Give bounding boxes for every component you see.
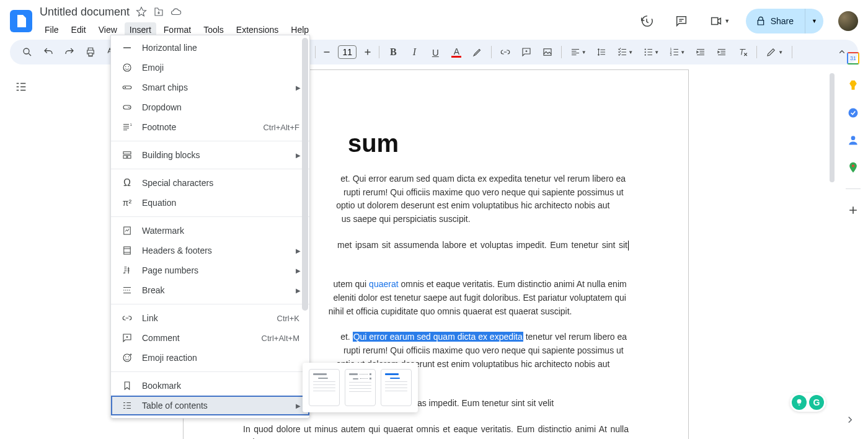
numbered-list-icon[interactable]: 123▼ — [665, 42, 689, 62]
cloud-status-icon[interactable] — [170, 6, 182, 17]
insert-link-icon[interactable] — [495, 42, 515, 62]
menu-item-label: Smart chips — [142, 82, 188, 92]
print-icon[interactable] — [81, 42, 100, 62]
menu-item-comment[interactable]: CommentCtrl+Alt+M — [111, 328, 309, 348]
svg-rect-19 — [124, 247, 131, 254]
menu-item-bookmark[interactable]: Bookmark — [111, 376, 309, 396]
text-color-icon[interactable]: A — [446, 42, 466, 62]
add-comment-icon[interactable] — [516, 42, 536, 62]
menu-item-label: Horizontal line — [142, 43, 197, 53]
comments-icon[interactable] — [669, 9, 694, 33]
menu-item-label: Watermark — [142, 226, 184, 236]
svg-rect-15 — [123, 152, 131, 154]
redo-icon[interactable] — [60, 42, 79, 62]
grammarly-g-icon[interactable]: G — [809, 395, 824, 410]
menu-item-special-characters[interactable]: ΩSpecial characters — [111, 173, 309, 193]
account-avatar[interactable] — [838, 11, 858, 31]
menu-item-horizontal-line[interactable]: Horizontal line — [111, 38, 309, 58]
doc-link[interactable]: quaerat — [369, 279, 398, 289]
svg-text:3: 3 — [670, 53, 672, 56]
svg-point-12 — [125, 87, 126, 88]
font-size-input[interactable] — [338, 45, 356, 59]
line-spacing-icon[interactable] — [591, 42, 611, 62]
clear-formatting-icon[interactable] — [733, 42, 753, 62]
menu-item-label: Comment — [142, 333, 180, 343]
hide-side-panel-icon[interactable] — [844, 414, 856, 428]
vertical-scrollbar[interactable] — [830, 69, 836, 429]
align-icon[interactable]: ▼ — [565, 42, 590, 62]
show-outline-icon[interactable] — [10, 76, 32, 98]
undo-icon[interactable] — [38, 42, 58, 62]
font-size-decrease[interactable] — [319, 42, 334, 62]
insert-image-icon[interactable] — [538, 42, 557, 62]
svg-text:#: # — [123, 271, 126, 275]
move-icon[interactable] — [153, 6, 164, 17]
menu-item-label: Emoji reaction — [142, 353, 197, 363]
submenu-arrow-icon: ▶ — [296, 267, 301, 274]
menu-item-label: Dropdown — [142, 102, 182, 112]
history-icon[interactable] — [634, 9, 659, 33]
text-selection: Qui error earum sed quam dicta ex expedi… — [353, 332, 523, 342]
menu-item-headers-footers[interactable]: Headers & footers▶ — [111, 241, 309, 260]
toc-option-dotted[interactable] — [345, 369, 376, 406]
menu-item-dropdown[interactable]: Dropdown — [111, 97, 309, 117]
menubar-item-file[interactable]: File — [40, 22, 64, 37]
addons-plus-icon[interactable] — [847, 204, 859, 216]
checklist-icon[interactable]: ▼ — [613, 42, 637, 62]
menu-item-equation[interactable]: π²Equation — [111, 193, 309, 213]
toc-option-plain[interactable] — [309, 369, 340, 406]
menu-item-watermark[interactable]: Watermark — [111, 221, 309, 241]
menu-item-link[interactable]: LinkCtrl+K — [111, 308, 309, 328]
svg-rect-11 — [123, 86, 131, 89]
keep-icon[interactable] — [847, 79, 859, 92]
toc-option-links[interactable] — [381, 369, 412, 406]
footnote-icon: 1 — [121, 121, 133, 133]
underline-icon[interactable]: U — [425, 42, 445, 62]
indent-decrease-icon[interactable] — [691, 42, 711, 62]
svg-point-0 — [24, 48, 29, 54]
svg-point-10 — [128, 66, 130, 68]
doc-title[interactable]: Untitled document — [40, 6, 130, 19]
menu-item-smart-chips[interactable]: Smart chips▶ — [111, 78, 309, 97]
menu-item-label: Building blocks — [142, 150, 200, 160]
docs-logo[interactable] — [10, 10, 32, 32]
svg-rect-1 — [544, 49, 551, 56]
search-tool-icon[interactable] — [17, 42, 37, 62]
grammarly-widget[interactable]: G — [790, 393, 826, 412]
star-icon[interactable] — [136, 6, 147, 17]
highlight-color-icon[interactable] — [467, 42, 487, 62]
tasks-icon[interactable] — [847, 107, 859, 119]
menubar-item-edit[interactable]: Edit — [66, 22, 91, 37]
submenu-arrow-icon: ▶ — [296, 152, 301, 159]
menu-item-footnote[interactable]: 1FootnoteCtrl+Alt+F — [111, 117, 309, 137]
svg-point-4 — [645, 54, 646, 55]
editing-mode-icon[interactable]: ▼ — [761, 42, 788, 62]
dropdown-icon — [121, 101, 133, 113]
bulleted-list-icon[interactable]: ▼ — [639, 42, 663, 62]
share-label: Share — [771, 16, 794, 26]
toc-icon — [121, 399, 133, 412]
menu-shortcut: Ctrl+Alt+F — [263, 123, 299, 132]
pagenum-icon: # — [121, 264, 133, 277]
italic-icon[interactable]: I — [404, 42, 424, 62]
grammarly-bulb-icon[interactable] — [792, 395, 807, 410]
bold-icon[interactable]: B — [383, 42, 403, 62]
indent-increase-icon[interactable] — [712, 42, 732, 62]
calendar-icon[interactable]: 31 — [847, 52, 859, 64]
share-button[interactable]: Share — [746, 9, 805, 33]
menu-item-emoji[interactable]: Emoji — [111, 58, 309, 78]
menu-item-table-of-contents[interactable]: Table of contents▶ — [111, 396, 309, 415]
emoji-icon — [121, 61, 133, 74]
menu-item-page-numbers[interactable]: #Page numbers▶ — [111, 260, 309, 280]
maps-icon[interactable] — [847, 161, 859, 174]
contacts-icon[interactable] — [847, 134, 859, 146]
menu-item-break[interactable]: Break▶ — [111, 280, 309, 300]
share-dropdown[interactable]: ▼ — [805, 9, 823, 33]
menu-item-emoji-reaction[interactable]: Emoji reaction — [111, 348, 309, 368]
menu-item-label: Footnote — [142, 122, 176, 132]
svg-point-2 — [645, 48, 646, 50]
menu-item-building-blocks[interactable]: Building blocks▶ — [111, 145, 309, 165]
menu-item-label: Headers & footers — [142, 246, 212, 255]
font-size-increase[interactable] — [360, 42, 375, 62]
meet-icon[interactable]: ▼ — [704, 9, 736, 33]
